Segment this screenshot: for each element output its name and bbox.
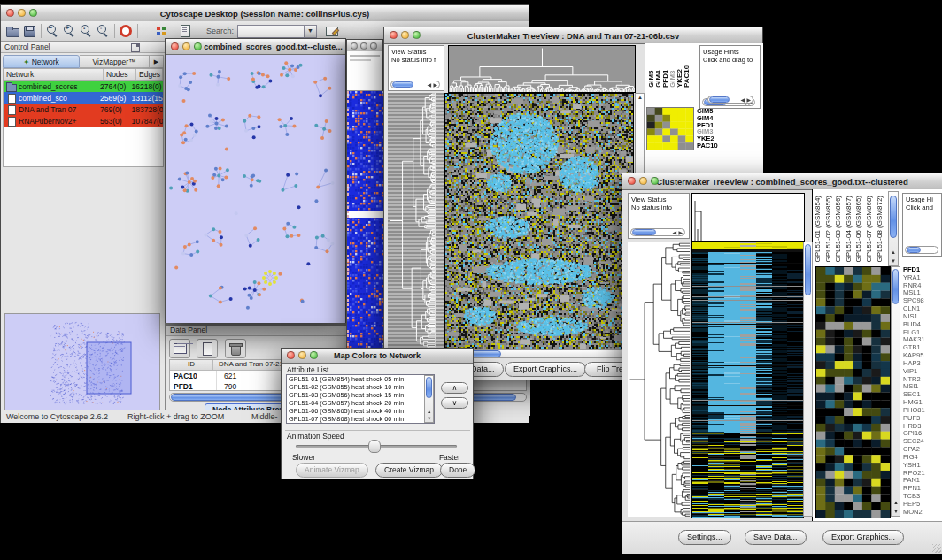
network-list-header[interactable]: Network Nodes Edges xyxy=(4,69,163,81)
gene-label[interactable]: FIG4 xyxy=(903,454,942,462)
gene-label[interactable]: PFD1 xyxy=(903,266,942,274)
attribute-list-item[interactable]: GPL51-03 (GSM856) heat shock 15 min xyxy=(287,391,425,399)
resize-grip[interactable] xyxy=(932,544,941,553)
speed-slider-thumb[interactable] xyxy=(368,440,381,453)
tab-vizmapper[interactable]: VizMapper™ xyxy=(80,55,150,68)
gene-label[interactable]: YSH1 xyxy=(903,462,942,470)
treeview2-vscrollbar[interactable] xyxy=(803,242,813,517)
zoom-out-icon[interactable] xyxy=(44,23,61,39)
zoom-button[interactable] xyxy=(651,177,659,185)
minimize-button[interactable] xyxy=(298,351,306,359)
gene-label[interactable]: RPO21 xyxy=(903,470,942,478)
column-label[interactable]: GIM5 xyxy=(647,70,654,88)
select-attributes-icon[interactable] xyxy=(169,339,190,358)
gene-label[interactable]: CPA2 xyxy=(903,446,942,454)
close-button[interactable] xyxy=(6,9,14,17)
treeview1-export-graphics-button[interactable]: Export Graphics... xyxy=(505,362,586,377)
network-list-row[interactable]: combined_scores 2764(0) 16218(0) xyxy=(4,81,163,92)
dialog-titlebar[interactable]: Map Colors to Network xyxy=(282,349,473,364)
zoom-button[interactable] xyxy=(310,351,318,359)
gene-label[interactable]: BUD4 xyxy=(903,321,942,329)
treeview2-row-dendrogram[interactable] xyxy=(628,242,690,517)
gene-label[interactable]: HRD3 xyxy=(903,423,942,431)
gene-label[interactable]: GPI16 xyxy=(903,430,942,438)
gene-label[interactable]: SEC24 xyxy=(903,438,942,446)
gene-label[interactable]: PAN1 xyxy=(903,477,942,485)
treeview2-zoom-heatmap[interactable] xyxy=(815,266,891,518)
delete-attribute-icon[interactable] xyxy=(225,339,246,358)
usage-hints-scrollbar[interactable] xyxy=(905,246,938,254)
gene-label[interactable]: MON2 xyxy=(903,509,942,517)
zoom-button[interactable] xyxy=(194,42,202,50)
network-canvas[interactable] xyxy=(166,55,345,323)
view-status-scrollbar[interactable]: ◀▶ xyxy=(390,81,440,88)
create-vizmap-button[interactable]: Create Vizmap xyxy=(375,463,443,478)
attribute-list-scrollbar[interactable]: ▲ ▼ xyxy=(424,375,434,423)
gene-label[interactable]: PHO81 xyxy=(903,407,942,415)
animate-vizmap-button[interactable]: Animate Vizmap xyxy=(296,463,368,478)
network-view-titlebar[interactable]: combined_scores_good.txt--cluste... xyxy=(166,39,345,55)
treeview2-settings-button[interactable]: Settings... xyxy=(678,530,731,545)
hidden-heatmap-canvas[interactable] xyxy=(347,91,384,363)
minimize-button[interactable] xyxy=(182,42,190,50)
gene-label[interactable]: VIP1 xyxy=(903,368,942,376)
treeview1-zoom-hscrollbar[interactable]: ◀▶ xyxy=(707,96,753,104)
annotation-icon[interactable] xyxy=(177,23,194,39)
open-icon[interactable] xyxy=(4,23,21,39)
birdseye-view[interactable] xyxy=(4,313,160,412)
gene-label[interactable]: MAK31 xyxy=(903,336,942,344)
search-input[interactable] xyxy=(237,25,305,38)
gene-label[interactable]: CLN1 xyxy=(903,305,942,313)
gene-label[interactable]: SEC1 xyxy=(903,391,942,399)
gene-label[interactable]: NTR2 xyxy=(903,376,942,384)
network-list-row[interactable]: DNA and Tran 07 769(0) 183728(0) xyxy=(4,104,163,115)
save-icon[interactable] xyxy=(21,23,38,39)
view-status-scrollbar[interactable]: ◀▶ xyxy=(630,228,685,236)
close-button[interactable] xyxy=(171,42,179,50)
treeview2-zoom-vscrollbar[interactable]: ▲ ▼ xyxy=(891,266,900,517)
column-label[interactable]: GPL51-02 (GSM855) xyxy=(824,196,835,263)
new-attribute-icon[interactable] xyxy=(197,339,218,358)
gene-label[interactable]: HMG1 xyxy=(903,399,942,407)
gene-label[interactable]: MSL1 xyxy=(903,289,942,297)
treeview2-header-vscrollbar[interactable]: ▲ ▼ xyxy=(888,191,899,266)
column-label[interactable]: GPL51-07 (GSM868) xyxy=(865,196,876,263)
tab-overflow-arrow[interactable]: ▶ xyxy=(150,55,164,68)
close-button[interactable] xyxy=(628,177,636,185)
network-list-row[interactable]: RNAPuberNov2+ 563(0) 107847(0) xyxy=(4,115,163,127)
gene-label[interactable]: PEP5 xyxy=(903,501,942,509)
close-button[interactable] xyxy=(390,31,398,39)
gene-label[interactable]: ELG1 xyxy=(903,329,942,337)
minimize-button[interactable] xyxy=(360,42,367,50)
treeview2-column-dendrogram[interactable] xyxy=(691,193,805,242)
gene-label[interactable]: YRA1 xyxy=(903,274,942,282)
column-label[interactable]: GPL51-03 (GSM856) xyxy=(834,196,845,263)
treeview2-titlebar[interactable]: ClusterMaker TreeView : combined_scores_… xyxy=(622,173,942,190)
gene-label[interactable]: NIS1 xyxy=(903,313,942,321)
vizmap-icon[interactable] xyxy=(153,23,170,39)
minimize-button[interactable] xyxy=(401,31,409,39)
attribute-list-item[interactable]: GPL51-01 (GSM854) heat shock 05 min xyxy=(287,375,425,383)
attribute-list-item[interactable]: GPL51-07 (GSM868) heat shock 60 min xyxy=(287,415,425,423)
column-label[interactable]: GPL51-04 (GSM857) xyxy=(845,196,855,263)
window-controls[interactable] xyxy=(6,9,37,17)
zoom-button[interactable] xyxy=(370,42,377,50)
help-ring-icon[interactable] xyxy=(118,23,135,39)
search-dropdown[interactable]: ▼ xyxy=(305,25,317,38)
treeview2-global-heatmap[interactable] xyxy=(691,242,804,518)
zoom-selected-icon[interactable] xyxy=(95,23,112,39)
close-button[interactable] xyxy=(351,42,358,50)
attribute-list-item[interactable]: GPL51-02 (GSM855) heat shock 10 min xyxy=(287,383,425,391)
done-button[interactable]: Done xyxy=(440,463,475,478)
minimize-button[interactable] xyxy=(639,177,647,185)
float-panel-icon[interactable] xyxy=(131,43,140,52)
treeview1-global-heatmap[interactable] xyxy=(444,93,634,349)
gene-label[interactable]: KAP95 xyxy=(903,352,942,360)
zoom-button[interactable] xyxy=(413,31,421,39)
tab-network[interactable]: ✦ Network xyxy=(3,55,80,68)
gene-label[interactable]: HAP3 xyxy=(903,360,942,368)
treeview2-export-graphics-button[interactable]: Export Graphics... xyxy=(822,530,904,545)
hidden-window-titlebar[interactable] xyxy=(347,40,382,52)
zoom-in-icon[interactable] xyxy=(61,23,78,39)
move-down-button[interactable]: ∨ xyxy=(441,397,468,409)
